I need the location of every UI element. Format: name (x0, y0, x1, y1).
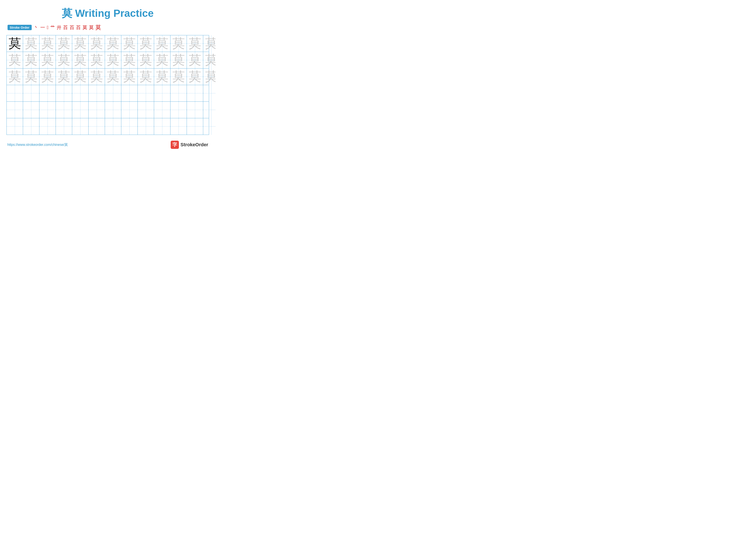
footer-url-link[interactable]: https://www.strokeorder.com/chinese/莫 (7, 142, 68, 147)
char-light: 莫 (91, 70, 103, 83)
grid-cell: 莫 (121, 68, 138, 85)
stroke-4: 艹 (50, 24, 55, 31)
grid-cell-empty[interactable] (105, 102, 121, 118)
grid-cell-empty[interactable] (187, 102, 203, 118)
grid-cell: 莫 (40, 68, 56, 85)
grid-cell-empty[interactable] (89, 85, 105, 101)
char-light: 莫 (58, 70, 70, 83)
grid-cell-empty[interactable] (105, 85, 121, 101)
grid-cell-empty[interactable] (40, 102, 56, 118)
char-light: 莫 (123, 54, 136, 66)
grid-cell-empty[interactable] (7, 102, 23, 118)
grid-cell-empty[interactable] (7, 85, 23, 101)
grid-cell-empty[interactable] (56, 102, 72, 118)
grid-cell-empty[interactable] (203, 85, 216, 101)
grid-cell-empty[interactable] (40, 85, 56, 101)
grid-cell: 莫 (72, 52, 89, 68)
char-light: 莫 (74, 70, 87, 83)
grid-cell-empty[interactable] (187, 118, 203, 135)
char-light: 莫 (25, 37, 38, 50)
grid-cell: 莫 (89, 52, 105, 68)
grid-cell: 莫 (56, 52, 72, 68)
grid-cell-empty[interactable] (171, 85, 187, 101)
grid-cell: 莫 (187, 35, 203, 52)
grid-cell-empty[interactable] (23, 102, 40, 118)
grid-cell: 莫 (138, 52, 154, 68)
char-light: 莫 (173, 37, 185, 50)
grid-cell-empty[interactable] (154, 102, 171, 118)
grid-cell: 莫 (56, 35, 72, 52)
grid-cell: 莫 (154, 52, 171, 68)
char-light: 莫 (41, 54, 54, 66)
char-light: 莫 (189, 37, 201, 50)
char-dark: 莫 (9, 37, 21, 50)
char-light: 莫 (58, 54, 70, 66)
stroke-order-row: Stroke Order 丶 一 𠂌 艹 廾 苩 苩 苩 莫 莫 莫 (7, 24, 209, 31)
grid-cell: 莫 (23, 35, 40, 52)
grid-cell: 莫 (154, 35, 171, 52)
char-light: 莫 (173, 70, 185, 83)
grid-cell: 莫 (56, 68, 72, 85)
grid-cell: 莫 (23, 68, 40, 85)
char-light: 莫 (91, 54, 103, 66)
grid-cell-empty[interactable] (23, 118, 40, 135)
char-light: 莫 (205, 54, 216, 66)
stroke-2: 一 (40, 24, 45, 31)
grid-cell-empty[interactable] (72, 118, 89, 135)
char-light: 莫 (140, 54, 152, 66)
practice-grid: 莫 莫 莫 莫 莫 莫 莫 莫 莫 莫 莫 莫 (7, 35, 209, 135)
grid-cell-empty[interactable] (154, 118, 171, 135)
grid-cell-empty[interactable] (121, 118, 138, 135)
grid-cell: 莫 (203, 52, 216, 68)
grid-cell-empty[interactable] (121, 85, 138, 101)
grid-cell-empty[interactable] (56, 85, 72, 101)
grid-cell-empty[interactable] (72, 102, 89, 118)
char-light: 莫 (9, 70, 21, 83)
grid-cell-empty[interactable] (138, 85, 154, 101)
grid-cell: 莫 (121, 35, 138, 52)
grid-cell: 莫 (89, 35, 105, 52)
char-light: 莫 (140, 70, 152, 83)
grid-cell-empty[interactable] (187, 85, 203, 101)
char-light: 莫 (74, 37, 87, 50)
grid-cell: 莫 (105, 52, 121, 68)
char-light: 莫 (156, 37, 169, 50)
grid-cell-empty[interactable] (40, 118, 56, 135)
grid-cell-empty[interactable] (203, 102, 216, 118)
grid-cell-empty[interactable] (7, 118, 23, 135)
grid-cell-empty[interactable] (23, 85, 40, 101)
grid-cell-empty[interactable] (89, 102, 105, 118)
grid-cell-empty[interactable] (121, 102, 138, 118)
brand-name: StrokeOrder (180, 142, 208, 147)
footer: https://www.strokeorder.com/chinese/莫 字 … (7, 141, 209, 149)
char-light: 莫 (140, 37, 152, 50)
grid-row-3: 莫 莫 莫 莫 莫 莫 莫 莫 莫 莫 莫 莫 莫 (7, 68, 209, 85)
grid-cell: 莫 (138, 68, 154, 85)
grid-cell: 莫 (72, 68, 89, 85)
grid-cell-empty[interactable] (138, 102, 154, 118)
char-light: 莫 (205, 70, 216, 83)
grid-cell: 莫 (171, 68, 187, 85)
grid-cell-empty[interactable] (105, 118, 121, 135)
grid-cell-empty[interactable] (56, 118, 72, 135)
grid-cell-empty[interactable] (171, 102, 187, 118)
char-light: 莫 (173, 54, 185, 66)
grid-cell-empty[interactable] (171, 118, 187, 135)
stroke-10: 莫 (89, 24, 94, 31)
stroke-sequence: 丶 一 𠂌 艹 廾 苩 苩 苩 莫 莫 莫 (34, 24, 101, 31)
grid-row-5 (7, 102, 209, 118)
grid-cell-empty[interactable] (89, 118, 105, 135)
grid-row-2: 莫 莫 莫 莫 莫 莫 莫 莫 莫 莫 莫 莫 莫 (7, 52, 209, 68)
grid-cell-empty[interactable] (154, 85, 171, 101)
grid-cell: 莫 (72, 35, 89, 52)
grid-cell-empty[interactable] (72, 85, 89, 101)
grid-cell: 莫 (171, 52, 187, 68)
grid-cell-empty[interactable] (138, 118, 154, 135)
grid-cell: 莫 (105, 35, 121, 52)
char-light: 莫 (205, 37, 216, 50)
stroke-final: 莫 (95, 24, 101, 31)
char-light: 莫 (58, 37, 70, 50)
grid-cell: 莫 (7, 35, 23, 52)
grid-cell-empty[interactable] (203, 118, 216, 135)
grid-cell: 莫 (23, 52, 40, 68)
